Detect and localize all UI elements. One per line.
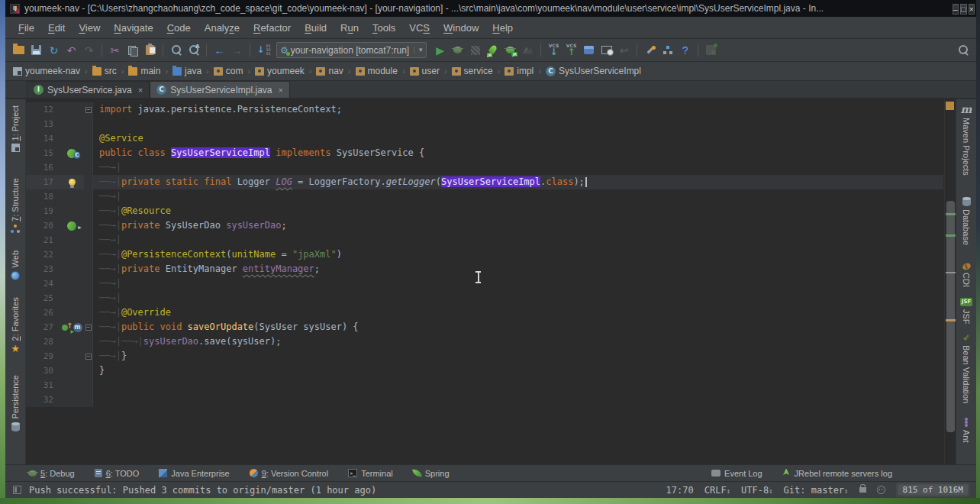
code-line-21[interactable]: 21──→| xyxy=(26,233,943,247)
paste-icon[interactable] xyxy=(141,42,159,58)
minimize-button[interactable]: – xyxy=(953,4,959,15)
line-number[interactable]: 32 xyxy=(26,393,60,407)
close-icon[interactable]: × xyxy=(138,86,143,95)
line-number[interactable]: 24 xyxy=(26,276,60,291)
code-line-31[interactable]: 31 xyxy=(26,378,943,393)
tab-sysuserserviceimpl-java[interactable]: CSysUserServiceImpl.java× xyxy=(150,81,290,98)
menu-refactor[interactable]: Refactor xyxy=(247,20,298,36)
menu-run[interactable]: Run xyxy=(334,20,366,36)
line-number[interactable]: 13 xyxy=(26,117,60,131)
line-number[interactable]: 22 xyxy=(26,247,60,262)
breadcrumb-item-src[interactable]: src xyxy=(91,65,118,77)
menu-file[interactable]: File xyxy=(11,20,41,36)
code-line-15[interactable]: 15public class SysUserServiceImpl implem… xyxy=(26,146,943,160)
code-line-17[interactable]: 17──→|private static final Logger LOG = … xyxy=(26,175,943,189)
close-button[interactable]: × xyxy=(969,4,975,15)
toolwindow-button-1-project[interactable]: 1: Project xyxy=(11,105,20,152)
editor[interactable]: 12−import javax.persistence.PersistenceC… xyxy=(26,99,956,464)
code-line-13[interactable]: 13 xyxy=(26,117,943,131)
memory-indicator[interactable]: 815 of 1016M xyxy=(896,483,970,497)
code-line-25[interactable]: 25──→| xyxy=(26,291,943,305)
toolwindow-button-2-favorites[interactable]: 2: Favorites★ xyxy=(11,297,20,354)
spring-autowired-icon[interactable] xyxy=(60,218,84,233)
breadcrumb-item-sysuserserviceimpl[interactable]: CSysUserServiceImpl xyxy=(544,65,643,77)
line-number[interactable]: 30 xyxy=(26,363,60,378)
line-number[interactable]: 28 xyxy=(26,334,60,349)
debug-icon[interactable] xyxy=(449,42,466,58)
toolwindow-button-6-todo[interactable]: 6: TODO xyxy=(95,469,140,478)
menu-code[interactable]: Code xyxy=(160,20,198,36)
code-line-26[interactable]: 26──→|@Override xyxy=(26,305,943,320)
code-line-24[interactable]: 24──→| xyxy=(26,276,943,291)
editor-scrollbar-track[interactable] xyxy=(944,99,956,464)
code-line-19[interactable]: 19──→|@Resource xyxy=(26,204,943,218)
encoding-widget[interactable]: UTF-8↕ xyxy=(741,485,773,496)
toolwindow-button-ant[interactable]: Ant xyxy=(962,418,971,443)
undo-icon[interactable]: ↶ xyxy=(63,42,80,58)
line-number[interactable]: 15 xyxy=(26,146,60,160)
copy-icon[interactable] xyxy=(124,42,141,58)
run-with-jrebel-icon[interactable] xyxy=(484,42,501,58)
line-number[interactable]: 25 xyxy=(26,291,60,305)
recent-changes-icon[interactable] xyxy=(598,42,615,58)
cut-icon[interactable]: ✂ xyxy=(106,42,124,58)
menu-tools[interactable]: Tools xyxy=(366,20,402,36)
profile-icon[interactable] xyxy=(519,42,537,58)
scrollbar-thumb[interactable] xyxy=(946,201,955,432)
caret-position-widget[interactable]: 17:70 xyxy=(666,485,694,496)
breadcrumb-item-java[interactable]: java xyxy=(171,65,203,77)
menu-help[interactable]: Help xyxy=(485,20,520,36)
toolwindow-button-bean-validation[interactable]: ✓Bean Validation xyxy=(962,333,971,403)
open-folder-icon[interactable] xyxy=(10,42,27,58)
debug-with-jrebel-icon[interactable] xyxy=(501,42,519,58)
code-line-14[interactable]: 14@Service xyxy=(26,131,943,146)
line-order-icon[interactable]: 01 10 01 xyxy=(254,42,272,58)
line-ending-widget[interactable]: CRLF↕ xyxy=(704,485,730,496)
menu-view[interactable]: View xyxy=(72,20,107,36)
coverage-icon[interactable] xyxy=(466,42,484,58)
code-line-22[interactable]: 22──→|@PersistenceContext(unitName = "jp… xyxy=(26,247,943,262)
menu-edit[interactable]: Edit xyxy=(41,20,72,36)
breadcrumb-item-com[interactable]: com xyxy=(212,65,245,77)
line-number[interactable]: 14 xyxy=(26,131,60,146)
line-number[interactable]: 21 xyxy=(26,233,60,247)
jrebel-sync-icon[interactable] xyxy=(702,42,720,58)
forward-icon[interactable]: → xyxy=(228,42,246,58)
fold-marker-icon[interactable]: − xyxy=(85,325,92,331)
replace-icon[interactable]: A xyxy=(185,42,202,58)
run-configuration-select[interactable]: ⚙your-navigation [tomcat7:run]▼ xyxy=(276,42,427,58)
code-line-20[interactable]: 20──→|private SysUserDao sysUserDao; xyxy=(26,218,943,233)
maximize-button[interactable]: □ xyxy=(960,4,967,15)
toolwindow-button-web[interactable]: Web xyxy=(11,250,20,279)
project-structure-icon[interactable] xyxy=(659,42,676,58)
line-number[interactable]: 31 xyxy=(26,378,60,393)
code-line-27[interactable]: 27m−──→|public void saveOrUpdate(SysUser… xyxy=(26,320,943,334)
toolwindow-button-database[interactable]: Database xyxy=(962,197,971,245)
toolwindow-button-jsf[interactable]: JSFJSF xyxy=(960,298,972,325)
breadcrumb-item-youmeek[interactable]: youmeek xyxy=(253,65,306,77)
toolwindow-button-persistence[interactable]: Persistence xyxy=(11,375,20,431)
toolwindow-button-7-structure[interactable]: 7: Structure xyxy=(11,178,20,234)
breadcrumb-item-module[interactable]: module xyxy=(354,65,399,77)
search-everywhere-icon[interactable] xyxy=(954,42,972,58)
menu-analyze[interactable]: Analyze xyxy=(198,20,247,36)
hector-highlighting-icon[interactable] xyxy=(877,486,885,494)
menu-window[interactable]: Window xyxy=(437,20,485,36)
settings-icon[interactable] xyxy=(641,42,659,58)
line-number[interactable]: 26 xyxy=(26,305,60,320)
back-icon[interactable]: ← xyxy=(211,42,228,58)
code-line-12[interactable]: 12−import javax.persistence.PersistenceC… xyxy=(26,102,943,117)
update-project-icon[interactable] xyxy=(545,42,563,58)
tab-sysuserservice-java[interactable]: ISysUserService.java× xyxy=(27,81,150,98)
breadcrumb-item-main[interactable]: main xyxy=(127,65,162,77)
toolwindow-toggle-icon[interactable] xyxy=(13,486,21,494)
code-line-32[interactable]: 32 xyxy=(26,393,943,407)
toolwindow-button-jrebel-remote-servers-log[interactable]: JRebel remote servers log xyxy=(782,469,892,478)
toolwindow-button-5-debug[interactable]: 5: Debug xyxy=(28,469,75,478)
toolwindow-button-terminal[interactable]: >_Terminal xyxy=(348,469,393,478)
intention-bulb-icon[interactable] xyxy=(60,175,84,189)
fold-marker-icon[interactable]: − xyxy=(85,107,92,113)
code-line-23[interactable]: 23──→|private EntityManager entityManage… xyxy=(26,262,943,276)
toolwindow-button-maven-projects[interactable]: mMaven Projects xyxy=(961,104,972,176)
save-all-icon[interactable] xyxy=(27,42,45,58)
